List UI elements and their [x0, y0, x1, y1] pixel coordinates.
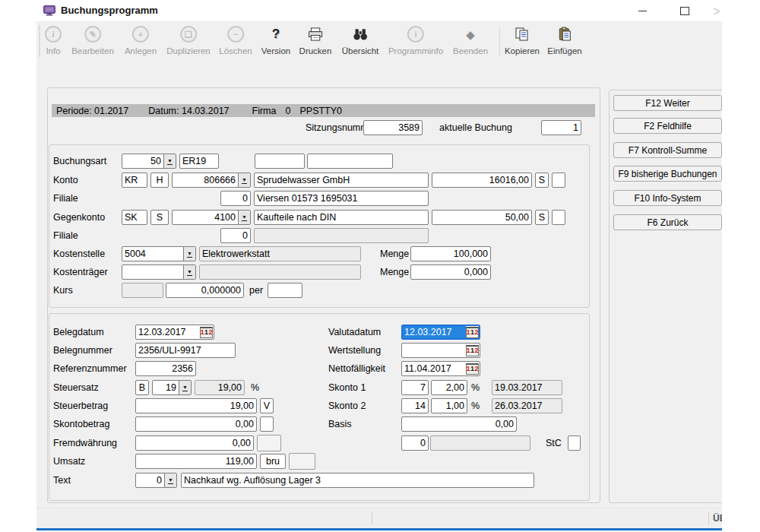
konto-soll-haben-field[interactable]: S — [535, 173, 549, 188]
konto-art-field[interactable]: KR — [122, 173, 147, 188]
toolbar-info-button[interactable]: iInfo — [45, 25, 62, 57]
dropdown-arrow-icon[interactable]: ▼ — [164, 473, 176, 487]
dropdown-arrow-icon[interactable]: ▼ — [238, 211, 250, 224]
umsatz-extra-field[interactable] — [289, 453, 315, 470]
gegenkonto-hs-field[interactable]: S — [150, 210, 169, 225]
umsatz-field[interactable]: 119,00 — [135, 454, 257, 469]
stc-checkbox[interactable] — [568, 435, 581, 451]
calendar-icon[interactable]: 112 — [466, 345, 479, 356]
buchungsart-empty2-field[interactable] — [307, 154, 393, 169]
skonto2-date-field[interactable]: 26.03.2017 — [492, 398, 562, 413]
toolbar-gripper[interactable] — [39, 26, 40, 56]
skonto2-days-field[interactable]: 14 — [401, 398, 429, 413]
calendar-icon[interactable]: 112 — [466, 363, 479, 375]
kostentraeger-combo[interactable]: ▼ — [122, 264, 196, 280]
toolbar-programminfo-button[interactable]: iProgramminfo — [388, 25, 443, 57]
skonto1-date-field[interactable]: 19.03.2017 — [492, 380, 562, 395]
toolbar-duplizieren-button[interactable]: ❏Duplizieren — [166, 25, 211, 57]
filiale2-number-field[interactable]: 0 — [220, 228, 251, 243]
minimize-button[interactable] — [629, 0, 655, 21]
konto-number-combo[interactable]: 806666▼ — [172, 173, 251, 188]
toolbar-version-button[interactable]: ?Version — [261, 25, 290, 57]
dropdown-arrow-icon[interactable]: ▼ — [183, 265, 195, 279]
wertstellung-field[interactable]: 112 — [401, 343, 480, 358]
filiale1-name-field[interactable]: Viersen 01573 1695031 — [254, 191, 429, 206]
menge2-field[interactable]: 0,000 — [410, 264, 491, 280]
dropdown-arrow-icon[interactable]: ▼ — [183, 247, 195, 261]
steuersatz-percent-label: % — [251, 382, 259, 393]
valutadatum-field[interactable]: 12.03.2017112 — [401, 325, 480, 340]
gegenkonto-art-field[interactable]: SK — [122, 210, 147, 225]
gegenkonto-soll-haben-field[interactable]: S — [535, 210, 549, 225]
calendar-icon[interactable]: 112 — [466, 327, 479, 338]
f6-zurueck-button[interactable]: F6 Zurück — [613, 214, 722, 230]
f2-feldhilfe-button[interactable]: F2 Feldhilfe — [613, 118, 722, 134]
f10-info-system-button[interactable]: F10 Info-System — [613, 190, 722, 206]
f9-bisherige-buchungen-button[interactable]: F9 bisherige Buchungen — [613, 166, 722, 182]
gegenkonto-number-combo[interactable]: 4100▼ — [172, 210, 251, 225]
maximize-button[interactable] — [672, 0, 698, 21]
f12-weiter-button[interactable]: F12 Weiter — [613, 95, 722, 111]
steuersatz-rate-field[interactable]: 19,00 — [195, 380, 245, 395]
umsatz-mode-field[interactable]: bru — [260, 454, 286, 469]
konto-name-field[interactable]: Sprudelwasser GmbH — [254, 173, 429, 188]
kurs-per-field[interactable] — [268, 283, 302, 298]
skonto1-rate-field[interactable]: 2,00 — [431, 380, 467, 395]
gegenkonto-extra-field[interactable] — [552, 210, 565, 225]
filiale2-name-field[interactable] — [254, 228, 429, 243]
dropdown-arrow-icon[interactable]: ▼ — [163, 154, 176, 168]
calendar-icon[interactable]: 112 — [200, 327, 213, 338]
steuersatz-code-field[interactable]: B — [135, 380, 149, 395]
toolbar-loeschen-button[interactable]: −Löschen — [219, 25, 252, 57]
text-combo[interactable]: 0▼ — [135, 473, 177, 488]
aktuelle-buchung-field[interactable]: 1 — [541, 120, 581, 135]
belegdatum-field[interactable]: 12.03.2017112 — [135, 325, 214, 340]
kurs-currency-field[interactable] — [122, 283, 163, 298]
toolbar-drucken-button[interactable]: Drucken — [299, 25, 332, 57]
toolbar-anlegen-button[interactable]: +Anlegen — [125, 25, 157, 57]
filiale1-number-field[interactable]: 0 — [220, 191, 251, 206]
steuersatz-combo[interactable]: 19▼ — [152, 380, 192, 395]
menge1-field[interactable]: 100,000 — [410, 246, 491, 261]
f7-kontroll-summe-button[interactable]: F7 Kontroll-Summe — [613, 142, 722, 158]
konto-hs-field[interactable]: H — [150, 173, 169, 188]
fremdwaehrung-extra-field[interactable] — [257, 435, 281, 451]
skontobetrag-flag-field[interactable] — [260, 416, 274, 432]
buchungsart-type-field[interactable]: ER19 — [179, 154, 219, 169]
konto-amount-field[interactable]: 16016,00 — [432, 173, 532, 188]
skonto1-days-field[interactable]: 7 — [401, 380, 429, 395]
toolbar-uebersicht-button[interactable]: Übersicht — [342, 25, 379, 57]
dropdown-arrow-icon[interactable]: ▼ — [179, 381, 191, 394]
steuerbetrag-flag-field[interactable]: V — [260, 398, 274, 413]
statusbar-separator — [372, 512, 372, 524]
buchungsart-empty1-field[interactable] — [255, 154, 305, 169]
toolbar-einfuegen-button[interactable]: Einfügen — [547, 25, 581, 57]
skonto2-rate-field[interactable]: 1,00 — [431, 398, 467, 413]
toolbar-beenden-button[interactable]: ◆Beenden — [453, 25, 488, 57]
konto-extra-field[interactable] — [552, 173, 565, 188]
text-field[interactable]: Nachkauf wg. Auflösung Lager 3 — [181, 473, 534, 488]
kostenstelle-name-field[interactable]: Elektrowerkstatt — [199, 246, 361, 261]
close-button[interactable]: > — [704, 0, 722, 21]
nettofaelligkeit-label: Nettofälligkeit — [328, 363, 385, 374]
kostentraeger-name-field[interactable] — [199, 264, 361, 280]
steuerbetrag-field[interactable]: 19,00 — [135, 398, 257, 413]
basis-field[interactable]: 0,00 — [401, 416, 517, 432]
kostentraeger-label: Kostenträger — [53, 267, 108, 277]
buchungsart-combo[interactable]: 50▼ — [122, 154, 176, 169]
toolbar-bearbeiten-button[interactable]: ✎Bearbeiten — [71, 25, 114, 57]
toolbar-kopieren-button[interactable]: Kopieren — [505, 25, 540, 57]
gegenkonto-amount-field[interactable]: 50,00 — [432, 210, 532, 225]
kostenstelle-combo[interactable]: 5004▼ — [122, 246, 196, 261]
sitzungsnummer-field[interactable]: 3589 — [363, 120, 423, 135]
gegenkonto-name-field[interactable]: Kaufteile nach DIN — [254, 210, 429, 225]
dropdown-arrow-icon[interactable]: ▼ — [238, 173, 250, 187]
referenznummer-field[interactable]: 2356 — [135, 361, 196, 376]
kurs-rate-field[interactable]: 0,000000 — [166, 283, 244, 298]
fremdwaehrung-field[interactable]: 0,00 — [135, 435, 254, 451]
stc-extra-field[interactable] — [430, 435, 530, 451]
nettofaelligkeit-field[interactable]: 11.04.2017112 — [401, 361, 480, 376]
skontobetrag-field[interactable]: 0,00 — [135, 416, 257, 432]
belegnummer-field[interactable]: 2356/ULI-9917 — [135, 343, 236, 358]
stc-zero-field[interactable]: 0 — [401, 435, 429, 451]
